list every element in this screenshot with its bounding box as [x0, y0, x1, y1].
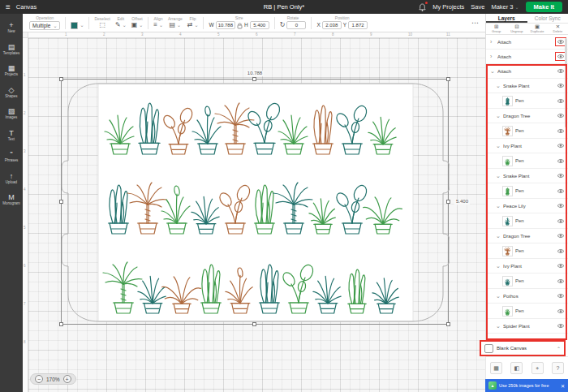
- offset-dropdown[interactable]: ▣⌄: [131, 22, 144, 28]
- chevron-down-icon[interactable]: ⌄: [496, 83, 501, 88]
- tab-color-sync[interactable]: Color Sync: [527, 14, 568, 23]
- layer-row[interactable]: Pen: [486, 274, 568, 289]
- plant-tray-design[interactable]: [62, 80, 450, 325]
- promo-banner[interactable]: ▲ Use 250k images for free ✕: [485, 379, 568, 392]
- visibility-eye-icon[interactable]: [557, 188, 565, 194]
- sidebar-item-phrases[interactable]: ”Phrases: [0, 146, 23, 168]
- layer-group-row[interactable]: ⌄Dragon Tree: [486, 229, 568, 243]
- visibility-eye-icon[interactable]: [557, 263, 565, 269]
- position-y-input[interactable]: 1.872: [348, 21, 368, 29]
- duplicate-button[interactable]: ▣Duplicate: [527, 24, 548, 33]
- resize-handle-top[interactable]: [252, 77, 256, 81]
- layer-group-row[interactable]: ⌄Attach: [486, 64, 568, 79]
- resize-handle-left[interactable]: [59, 200, 63, 204]
- layer-group-row[interactable]: ›Attach: [486, 50, 568, 64]
- layer-row[interactable]: Pen: [486, 183, 568, 199]
- rotate-input[interactable]: 0: [286, 21, 306, 29]
- visibility-eye-icon[interactable]: [557, 308, 565, 314]
- layer-row[interactable]: Pen: [486, 93, 568, 109]
- layer-group-row[interactable]: ⌄Peace Lily: [486, 199, 568, 213]
- sidebar-item-new[interactable]: +New: [0, 17, 23, 39]
- visibility-eye-icon[interactable]: [557, 218, 565, 224]
- visibility-eye-icon[interactable]: [557, 39, 565, 45]
- color-swatch[interactable]: [71, 22, 78, 29]
- notifications-bell-icon[interactable]: [419, 3, 426, 11]
- ungroup-button[interactable]: ⊟Ungroup: [506, 24, 527, 33]
- resize-handle-bottom-right[interactable]: [446, 322, 450, 326]
- machine-selector[interactable]: Maker 3 ⌄: [491, 3, 519, 11]
- layer-group-row[interactable]: ⌄Ivy Plant: [486, 259, 568, 274]
- scrollbar[interactable]: [565, 38, 567, 127]
- layer-group-row[interactable]: ⌄Ivy Plant: [486, 139, 568, 153]
- visibility-eye-icon[interactable]: [557, 173, 565, 179]
- chevron-down-icon[interactable]: ⌄: [496, 323, 501, 329]
- resize-handle-top-left[interactable]: [59, 77, 63, 81]
- make-it-button[interactable]: Make It: [526, 2, 562, 12]
- flip-dropdown[interactable]: ⇄⌄: [187, 22, 199, 28]
- chevron-down-icon[interactable]: ⌄: [496, 113, 501, 118]
- chevron-down-icon[interactable]: ⌄: [496, 143, 501, 149]
- align-dropdown[interactable]: ≡⌄: [153, 22, 163, 28]
- visibility-eye-icon[interactable]: [557, 68, 565, 74]
- group-button[interactable]: ⊞Group: [486, 24, 506, 33]
- chevron-down-icon[interactable]: ⌄: [496, 203, 501, 209]
- visibility-eye-icon[interactable]: [557, 293, 565, 299]
- help-icon[interactable]: ?: [552, 362, 564, 374]
- selection-bounding-box[interactable]: 10.788 5.400: [61, 79, 449, 325]
- sidebar-item-text[interactable]: TText: [0, 125, 23, 147]
- rotate-icon[interactable]: ↻: [280, 22, 286, 28]
- visibility-eye-icon[interactable]: [557, 128, 565, 134]
- layer-group-row[interactable]: ⌄Snake Plant: [486, 79, 568, 93]
- visibility-eye-icon[interactable]: [557, 158, 565, 164]
- resize-handle-right[interactable]: [446, 200, 450, 204]
- sidebar-item-monogram[interactable]: MMonogram: [0, 189, 23, 211]
- sidebar-item-shapes[interactable]: ◇Shapes: [0, 82, 23, 104]
- deselect-icon[interactable]: ⬚: [99, 22, 105, 28]
- chevron-down-icon[interactable]: ⌄: [496, 263, 501, 269]
- layer-row[interactable]: Pen: [486, 304, 568, 319]
- chevron-right-icon[interactable]: ›: [490, 54, 495, 59]
- delete-button[interactable]: ✕Delete: [548, 24, 568, 33]
- position-x-input[interactable]: 2.038: [322, 21, 342, 29]
- hamburger-menu-icon[interactable]: ≡: [6, 3, 11, 11]
- visibility-eye-icon[interactable]: [557, 203, 565, 209]
- visibility-eye-icon[interactable]: [557, 98, 565, 104]
- close-icon[interactable]: ✕: [561, 383, 565, 389]
- visibility-eye-icon[interactable]: [557, 323, 565, 329]
- visibility-eye-icon[interactable]: [557, 233, 565, 239]
- layer-row[interactable]: Pen: [486, 123, 568, 139]
- visibility-eye-icon[interactable]: [557, 248, 565, 254]
- chevron-down-icon[interactable]: ⌄: [490, 68, 495, 74]
- guides-icon[interactable]: ⌖: [531, 362, 544, 374]
- layer-group-row[interactable]: ⌄Snake Plant: [486, 169, 568, 183]
- layer-group-row[interactable]: ⌄Dragon Tree: [486, 109, 568, 123]
- save-link[interactable]: Save: [471, 3, 484, 11]
- chevron-right-icon[interactable]: ›: [490, 39, 495, 45]
- sidebar-item-templates[interactable]: ▤Templates: [0, 39, 23, 61]
- canvas-area[interactable]: 1234567891011 12345678 10.788 5.400 − 17…: [23, 32, 485, 392]
- sidebar-item-images[interactable]: ▨Images: [0, 103, 23, 125]
- zoom-in-button[interactable]: +: [63, 375, 71, 383]
- zoom-out-button[interactable]: −: [35, 375, 43, 383]
- sidebar-item-projects[interactable]: ▦Projects: [0, 60, 23, 82]
- arrange-dropdown[interactable]: ▤⌄: [170, 22, 182, 28]
- more-options-icon[interactable]: ⋯: [471, 19, 479, 27]
- operation-dropdown[interactable]: Multiple ⌄: [29, 21, 60, 30]
- layer-row[interactable]: Pen: [486, 153, 568, 169]
- visibility-eye-icon[interactable]: [557, 143, 565, 149]
- grid-toggle-icon[interactable]: ◧: [510, 362, 523, 374]
- visibility-eye-icon[interactable]: [557, 54, 565, 59]
- tab-layers[interactable]: Layers: [486, 14, 527, 23]
- my-projects-link[interactable]: My Projects: [432, 3, 464, 11]
- layer-group-row[interactable]: ⌄Spider Plant: [486, 319, 568, 334]
- chevron-down-icon[interactable]: ⌄: [496, 233, 501, 239]
- visibility-eye-icon[interactable]: [557, 83, 565, 88]
- chevron-down-icon[interactable]: ⌄: [496, 173, 501, 179]
- resize-handle-bottom-left[interactable]: [59, 322, 63, 326]
- lock-aspect-icon[interactable]: [237, 22, 243, 29]
- layer-row[interactable]: Pen: [486, 213, 568, 229]
- chevron-down-icon[interactable]: ⌄: [496, 293, 501, 299]
- mat-icon[interactable]: ▦: [490, 362, 502, 374]
- resize-handle-top-right[interactable]: [446, 77, 450, 81]
- height-input[interactable]: 5.400: [250, 21, 269, 29]
